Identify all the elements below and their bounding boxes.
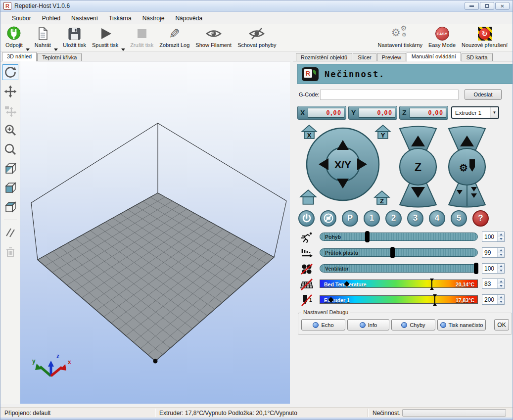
spin-up-icon[interactable] [498, 264, 504, 269]
tab-slicer[interactable]: Slicer [353, 53, 376, 61]
fan-spinner[interactable]: 100 [482, 263, 505, 274]
spin-down-icon[interactable] [498, 253, 504, 258]
print-dropdown-icon[interactable] [121, 48, 125, 51]
script-2-button[interactable]: 2 [385, 210, 402, 227]
send-gcode-button[interactable]: Odeslat [465, 89, 502, 100]
bed-temperature-slider[interactable]: Bed Temperature 20,14°C [320, 280, 478, 288]
menu-napoveda[interactable]: Nápověda [170, 13, 208, 24]
emergency-stop-icon: ↻ [478, 27, 492, 41]
close-button[interactable]: ✕ [495, 2, 510, 10]
save-print-button[interactable]: Uložit tisk [60, 25, 89, 48]
disconnect-button[interactable]: Odpojit [2, 25, 26, 48]
bed-temperature-spinner[interactable]: 83 [482, 279, 505, 289]
debug-info-button[interactable]: Info [347, 319, 389, 330]
debug-dry-run-button[interactable]: Tisk nanečisto [437, 319, 486, 330]
fan-slider[interactable]: Ventilátor [320, 264, 478, 273]
menu-pohled[interactable]: Pohled [37, 13, 66, 24]
load-dropdown-icon[interactable] [54, 48, 58, 51]
rotate-view-button[interactable] [2, 64, 18, 80]
printer-settings-button[interactable]: ⚙⚙⚙ Nastavení tiskárny [375, 25, 425, 48]
menu-nastroje[interactable]: Nástroje [137, 13, 170, 24]
help-button[interactable]: ? [472, 210, 489, 227]
motors-off-button[interactable] [320, 210, 336, 227]
spin-down-icon[interactable] [498, 237, 504, 242]
feedrate-spinner[interactable]: 100 [482, 232, 505, 242]
led-icon [401, 322, 407, 328]
hide-travel-button[interactable]: Schovat pohyby [234, 25, 279, 48]
load-button[interactable]: Nahrát [32, 25, 54, 48]
quick-buttons: P 1 2 3 4 5 ? [298, 210, 489, 227]
trash-icon [4, 245, 17, 258]
cube-iso-icon [4, 162, 17, 175]
z-jog-pad[interactable]: Z [395, 126, 441, 208]
spin-up-icon[interactable] [498, 232, 504, 237]
show-log-button[interactable]: ✎ Zobrazit Log [156, 25, 192, 48]
gcode-input[interactable] [320, 90, 459, 100]
cancel-print-button[interactable]: Zrušit tisk [127, 25, 156, 48]
xy-jog-pad[interactable]: X/Y [306, 127, 380, 201]
easy-mode-button[interactable]: EASY Easy Mode [425, 25, 459, 48]
tab-temperature-curve[interactable]: Teplotní křivka [37, 53, 82, 61]
emergency-stop-button[interactable]: ↻ Nouzové přerušení [459, 25, 511, 48]
move-object-button[interactable] [2, 103, 18, 119]
extruder-jog-pad[interactable]: ⚙ [444, 126, 490, 208]
fan-slider-thumb[interactable] [474, 263, 478, 274]
spin-down-icon[interactable] [498, 269, 504, 274]
debug-errors-button[interactable]: Chyby [391, 319, 435, 330]
script-4-button[interactable]: 4 [429, 210, 445, 227]
tab-3d-view[interactable]: 3D náhled [2, 52, 37, 61]
viewport-3d[interactable]: y z x [20, 61, 290, 404]
spin-up-icon[interactable] [498, 248, 504, 253]
show-filament-button[interactable]: Show Filament [192, 25, 234, 48]
pan-view-button[interactable] [2, 84, 18, 99]
minimize-button[interactable] [465, 2, 479, 10]
spin-up-icon[interactable] [498, 279, 504, 284]
printer-state-status: Nečinnost. [373, 410, 401, 417]
extruder-temperature-spinner[interactable]: 200 [482, 294, 505, 305]
zoom-fit-button[interactable] [2, 141, 18, 157]
jog-controls: X Y Z [297, 123, 513, 210]
spin-down-icon[interactable] [498, 284, 504, 289]
xy-pad-label: X/Y [334, 159, 351, 170]
zoom-in-button[interactable] [2, 122, 18, 138]
debug-ok-button[interactable]: OK [494, 319, 509, 330]
flow-slider[interactable]: Průtok plastu [320, 248, 478, 257]
floppy-icon [67, 26, 82, 42]
flow-slider-thumb[interactable] [390, 247, 395, 258]
view-top-button[interactable] [2, 199, 18, 215]
spin-down-icon[interactable] [498, 300, 504, 305]
app-window: R Repetier-Host V1.0.6 ✕ Soubor Pohled N… [0, 0, 513, 420]
delete-object-button[interactable] [2, 244, 18, 260]
start-print-button[interactable]: Spustit tisk [89, 25, 121, 48]
tab-sd-card[interactable]: SD karta [462, 53, 493, 61]
connect-dropdown-icon[interactable] [26, 48, 30, 51]
feedrate-slider-thumb[interactable] [365, 231, 370, 242]
extruder-select[interactable]: Extruder 1 ▼ [451, 106, 499, 119]
tab-object-placement[interactable]: Rozmístění objektů [296, 53, 352, 61]
view-front-button[interactable] [2, 180, 18, 196]
parallel-projection-button[interactable] [2, 225, 18, 240]
extruder-heat-off-icon: 1 [300, 294, 314, 307]
tab-preview[interactable]: Preview [377, 53, 406, 61]
script-5-button[interactable]: 5 [451, 210, 467, 227]
extruder-temperature-slider[interactable]: Extruder 1 17,83°C [320, 295, 478, 304]
tab-manual-control[interactable]: Manuální ovládání [407, 52, 461, 61]
extruder-target-marker[interactable] [432, 294, 437, 306]
bed-target-marker[interactable] [429, 279, 434, 290]
debug-echo-button[interactable]: Echo [301, 319, 345, 330]
maximize-button[interactable] [480, 2, 494, 10]
power-button[interactable] [298, 210, 315, 227]
menu-nastaveni[interactable]: Nastavení [66, 13, 103, 24]
park-button[interactable]: P [342, 210, 358, 227]
script-3-button[interactable]: 3 [407, 210, 423, 227]
spin-up-icon[interactable] [498, 295, 504, 300]
flow-spinner[interactable]: 99 [482, 247, 505, 258]
axis-label-y: y [32, 358, 36, 365]
led-icon [440, 322, 446, 328]
menu-soubor[interactable]: Soubor [6, 13, 37, 24]
feedrate-slider[interactable]: Pohyb [320, 233, 478, 241]
view-iso-button[interactable] [2, 161, 18, 177]
zoom-in-icon [4, 124, 17, 137]
menu-tiskarna[interactable]: Tiskárna [103, 13, 137, 24]
script-1-button[interactable]: 1 [364, 210, 380, 227]
